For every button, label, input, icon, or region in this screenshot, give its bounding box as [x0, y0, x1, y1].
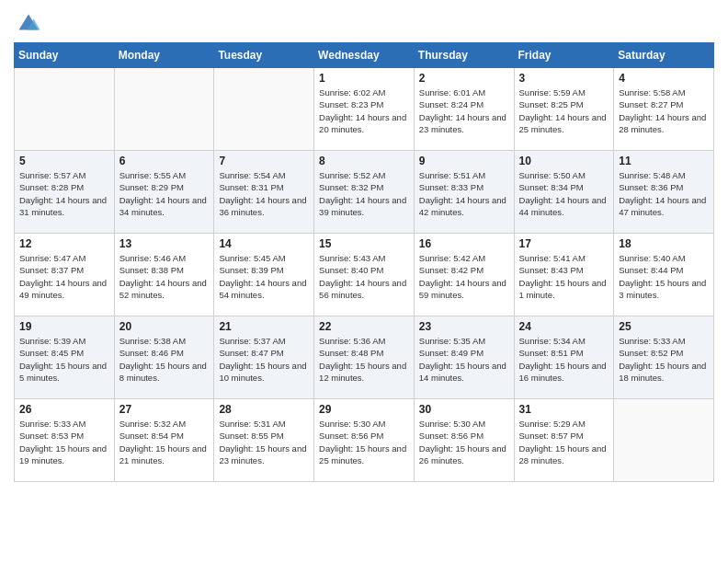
calendar-cell	[15, 68, 115, 151]
calendar-cell: 6Sunrise: 5:55 AMSunset: 8:29 PMDaylight…	[114, 151, 214, 234]
day-number: 9	[419, 155, 509, 167]
header	[14, 9, 714, 35]
day-info: Sunrise: 5:35 AMSunset: 8:49 PMDaylight:…	[419, 335, 509, 384]
calendar-week-row: 19Sunrise: 5:39 AMSunset: 8:45 PMDayligh…	[15, 316, 714, 399]
day-number: 4	[619, 72, 709, 85]
calendar-cell: 7Sunrise: 5:54 AMSunset: 8:31 PMDaylight…	[214, 151, 314, 234]
day-number: 26	[19, 403, 109, 416]
day-number: 3	[519, 72, 609, 85]
day-info: Sunrise: 5:47 AMSunset: 8:37 PMDaylight:…	[19, 252, 109, 301]
day-of-week-header: Friday	[514, 43, 614, 68]
page: SundayMondayTuesdayWednesdayThursdayFrid…	[0, 0, 728, 496]
day-number: 18	[619, 237, 709, 250]
day-info: Sunrise: 6:02 AMSunset: 8:23 PMDaylight:…	[319, 86, 409, 135]
day-number: 12	[19, 237, 109, 250]
day-number: 19	[19, 320, 109, 333]
day-info: Sunrise: 5:55 AMSunset: 8:29 PMDaylight:…	[119, 169, 210, 218]
day-info: Sunrise: 5:45 AMSunset: 8:39 PMDaylight:…	[219, 252, 309, 301]
calendar-cell: 19Sunrise: 5:39 AMSunset: 8:45 PMDayligh…	[15, 316, 115, 399]
day-info: Sunrise: 5:32 AMSunset: 8:54 PMDaylight:…	[119, 418, 210, 466]
day-of-week-header: Sunday	[15, 43, 115, 68]
calendar-cell: 3Sunrise: 5:59 AMSunset: 8:25 PMDaylight…	[514, 68, 614, 151]
day-info: Sunrise: 5:41 AMSunset: 8:43 PMDaylight:…	[519, 252, 609, 301]
day-number: 10	[519, 155, 609, 167]
day-info: Sunrise: 5:50 AMSunset: 8:34 PMDaylight:…	[519, 169, 609, 218]
day-info: Sunrise: 5:43 AMSunset: 8:40 PMDaylight:…	[319, 252, 409, 301]
calendar-cell: 17Sunrise: 5:41 AMSunset: 8:43 PMDayligh…	[514, 234, 614, 316]
calendar-cell: 18Sunrise: 5:40 AMSunset: 8:44 PMDayligh…	[614, 234, 714, 316]
day-number: 20	[119, 320, 210, 333]
calendar-cell: 26Sunrise: 5:33 AMSunset: 8:53 PMDayligh…	[15, 399, 115, 482]
logo-icon	[16, 9, 41, 35]
day-number: 30	[419, 403, 509, 416]
day-number: 1	[319, 72, 409, 85]
day-of-week-header: Saturday	[614, 43, 714, 68]
day-info: Sunrise: 5:29 AMSunset: 8:57 PMDaylight:…	[519, 418, 609, 466]
calendar-cell: 22Sunrise: 5:36 AMSunset: 8:48 PMDayligh…	[314, 316, 415, 399]
calendar-cell: 14Sunrise: 5:45 AMSunset: 8:39 PMDayligh…	[214, 234, 314, 316]
day-of-week-header: Thursday	[414, 43, 514, 68]
day-number: 16	[419, 237, 509, 250]
calendar-cell: 24Sunrise: 5:34 AMSunset: 8:51 PMDayligh…	[514, 316, 614, 399]
calendar-cell: 15Sunrise: 5:43 AMSunset: 8:40 PMDayligh…	[314, 234, 415, 316]
calendar-cell: 25Sunrise: 5:33 AMSunset: 8:52 PMDayligh…	[614, 316, 714, 399]
calendar-cell: 4Sunrise: 5:58 AMSunset: 8:27 PMDaylight…	[614, 68, 714, 151]
calendar-cell: 30Sunrise: 5:30 AMSunset: 8:56 PMDayligh…	[414, 399, 514, 482]
day-number: 2	[419, 72, 509, 85]
day-number: 25	[619, 320, 709, 333]
day-info: Sunrise: 5:46 AMSunset: 8:38 PMDaylight:…	[119, 252, 210, 301]
day-of-week-header: Wednesday	[314, 43, 415, 68]
day-info: Sunrise: 5:38 AMSunset: 8:46 PMDaylight:…	[119, 335, 210, 384]
day-number: 17	[519, 237, 609, 250]
day-number: 31	[519, 403, 609, 416]
calendar-week-row: 26Sunrise: 5:33 AMSunset: 8:53 PMDayligh…	[15, 399, 714, 482]
calendar-cell: 28Sunrise: 5:31 AMSunset: 8:55 PMDayligh…	[214, 399, 314, 482]
calendar-cell: 27Sunrise: 5:32 AMSunset: 8:54 PMDayligh…	[114, 399, 214, 482]
day-number: 24	[519, 320, 609, 333]
calendar-cell: 2Sunrise: 6:01 AMSunset: 8:24 PMDaylight…	[414, 68, 514, 151]
calendar-header-row: SundayMondayTuesdayWednesdayThursdayFrid…	[15, 43, 714, 68]
day-number: 14	[219, 237, 309, 250]
day-number: 7	[219, 155, 309, 167]
day-number: 23	[419, 320, 509, 333]
day-info: Sunrise: 5:58 AMSunset: 8:27 PMDaylight:…	[619, 86, 709, 135]
calendar-cell: 16Sunrise: 5:42 AMSunset: 8:42 PMDayligh…	[414, 234, 514, 316]
calendar-cell: 20Sunrise: 5:38 AMSunset: 8:46 PMDayligh…	[114, 316, 214, 399]
calendar-cell: 12Sunrise: 5:47 AMSunset: 8:37 PMDayligh…	[15, 234, 115, 316]
day-info: Sunrise: 5:30 AMSunset: 8:56 PMDaylight:…	[319, 418, 409, 466]
day-number: 5	[19, 155, 109, 167]
calendar-cell: 1Sunrise: 6:02 AMSunset: 8:23 PMDaylight…	[314, 68, 415, 151]
calendar-cell	[614, 399, 714, 482]
day-info: Sunrise: 6:01 AMSunset: 8:24 PMDaylight:…	[419, 86, 509, 135]
day-number: 8	[319, 155, 409, 167]
day-of-week-header: Monday	[114, 43, 214, 68]
day-info: Sunrise: 5:42 AMSunset: 8:42 PMDaylight:…	[419, 252, 509, 301]
calendar-cell: 29Sunrise: 5:30 AMSunset: 8:56 PMDayligh…	[314, 399, 415, 482]
day-of-week-header: Tuesday	[214, 43, 314, 68]
day-number: 15	[319, 237, 409, 250]
day-info: Sunrise: 5:33 AMSunset: 8:53 PMDaylight:…	[19, 418, 109, 466]
day-info: Sunrise: 5:54 AMSunset: 8:31 PMDaylight:…	[219, 169, 309, 218]
calendar-table: SundayMondayTuesdayWednesdayThursdayFrid…	[14, 42, 714, 482]
calendar-cell: 31Sunrise: 5:29 AMSunset: 8:57 PMDayligh…	[514, 399, 614, 482]
day-info: Sunrise: 5:57 AMSunset: 8:28 PMDaylight:…	[19, 169, 109, 218]
calendar-week-row: 12Sunrise: 5:47 AMSunset: 8:37 PMDayligh…	[15, 234, 714, 316]
day-info: Sunrise: 5:59 AMSunset: 8:25 PMDaylight:…	[519, 86, 609, 135]
day-number: 21	[219, 320, 309, 333]
day-info: Sunrise: 5:33 AMSunset: 8:52 PMDaylight:…	[619, 335, 709, 384]
day-number: 27	[119, 403, 210, 416]
calendar-cell: 21Sunrise: 5:37 AMSunset: 8:47 PMDayligh…	[214, 316, 314, 399]
day-info: Sunrise: 5:37 AMSunset: 8:47 PMDaylight:…	[219, 335, 309, 384]
calendar-cell: 11Sunrise: 5:48 AMSunset: 8:36 PMDayligh…	[614, 151, 714, 234]
logo	[14, 9, 41, 35]
day-info: Sunrise: 5:48 AMSunset: 8:36 PMDaylight:…	[619, 169, 709, 218]
calendar-cell	[114, 68, 214, 151]
day-info: Sunrise: 5:31 AMSunset: 8:55 PMDaylight:…	[219, 418, 309, 466]
day-info: Sunrise: 5:36 AMSunset: 8:48 PMDaylight:…	[319, 335, 409, 384]
calendar-cell: 13Sunrise: 5:46 AMSunset: 8:38 PMDayligh…	[114, 234, 214, 316]
day-info: Sunrise: 5:51 AMSunset: 8:33 PMDaylight:…	[419, 169, 509, 218]
day-number: 11	[619, 155, 709, 167]
day-info: Sunrise: 5:52 AMSunset: 8:32 PMDaylight:…	[319, 169, 409, 218]
day-number: 13	[119, 237, 210, 250]
day-number: 6	[119, 155, 210, 167]
